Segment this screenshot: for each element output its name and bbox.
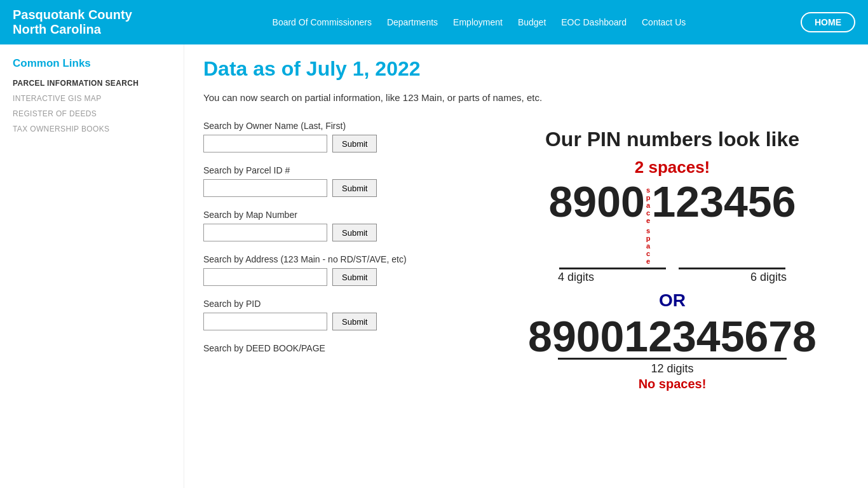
owner-name-group: Search by Owner Name (Last, First) Submi… (203, 121, 470, 152)
pin-space1: s (646, 186, 650, 194)
address-group: Search by Address (123 Main - no RD/ST/A… (203, 254, 470, 286)
address-row: Submit (203, 268, 470, 286)
site-title-line1: Pasquotank County (13, 8, 132, 22)
pin-space3: a (646, 201, 650, 209)
pid-submit[interactable]: Submit (332, 313, 377, 330)
pin-no-spaces-label: No spaces! (639, 377, 707, 391)
pin-digit-labels: 4 digits 6 digits (558, 271, 787, 284)
deed-book-label: Search by DEED BOOK/PAGE (203, 343, 470, 353)
pin-space9: c (646, 250, 650, 257)
nav-departments[interactable]: Departments (387, 17, 438, 27)
sidebar-item-tax-ownership[interactable]: TAX OWNERSHIP BOOKS (13, 125, 171, 133)
pin-space8: a (646, 242, 650, 250)
owner-name-submit[interactable]: Submit (332, 135, 377, 152)
common-links-heading: Common Links (13, 57, 171, 70)
parcel-id-group: Search by Parcel ID # Submit (203, 165, 470, 197)
address-submit[interactable]: Submit (332, 268, 377, 286)
pin-12digits-label: 12 digits (651, 362, 693, 376)
page-description: You can now search on partial informatio… (203, 92, 849, 103)
pid-input[interactable] (203, 313, 327, 330)
parcel-id-label: Search by Parcel ID # (203, 165, 470, 175)
pid-label: Search by PID (203, 299, 470, 309)
pin-left-digits: 8900 (549, 180, 645, 223)
map-number-group: Search by Map Number Submit (203, 210, 470, 241)
sidebar: Common Links PARCEL INFORMATION SEARCH I… (0, 44, 184, 488)
nav-employment[interactable]: Employment (453, 17, 503, 27)
pin-spaces-label: 2 spaces! (635, 158, 710, 177)
sidebar-item-parcel-search[interactable]: PARCEL INFORMATION SEARCH (13, 79, 171, 88)
map-number-submit[interactable]: Submit (332, 224, 377, 241)
nav-contact[interactable]: Contact Us (642, 17, 686, 27)
pin-space7: p (646, 234, 651, 242)
pin-underline-full (558, 358, 787, 360)
pin-underline-right (679, 268, 785, 269)
site-title-line2: North Carolina (13, 22, 132, 37)
pin-space10: e (646, 257, 650, 265)
pin-heading: Our PIN numbers look like (545, 127, 799, 151)
sidebar-item-register-deeds[interactable]: REGISTER OF DEEDS (13, 109, 171, 118)
nav-commissioners[interactable]: Board Of Commissioners (273, 17, 372, 27)
deed-book-group: Search by DEED BOOK/PAGE (203, 343, 470, 353)
pin-or-label: OR (659, 290, 686, 311)
nav-eoc[interactable]: EOC Dashboard (561, 17, 627, 27)
pin-space2: p (646, 194, 651, 201)
pin-space6: s (646, 227, 650, 234)
search-sections: Search by Owner Name (Last, First) Submi… (203, 121, 849, 398)
pin-example1-row: 8900 s p a c e s p a c e (549, 180, 796, 265)
map-number-input[interactable] (203, 224, 327, 241)
pin-underlines (559, 268, 785, 269)
pin-space5: e (646, 217, 650, 224)
pid-row: Submit (203, 313, 470, 330)
sidebar-item-gis-map[interactable]: INTERACTIVE GIS MAP (13, 94, 171, 103)
pin-12digit-number: 890012345678 (528, 315, 817, 358)
pin-illustration: Our PIN numbers look like 2 spaces! 8900… (496, 121, 849, 398)
pin-4digits-label: 4 digits (558, 271, 594, 284)
page-layout: Common Links PARCEL INFORMATION SEARCH I… (0, 44, 868, 488)
address-input[interactable] (203, 268, 327, 286)
pid-group: Search by PID Submit (203, 299, 470, 330)
main-content: Data as of July 1, 2022 You can now sear… (184, 44, 868, 488)
pin-space4: c (646, 209, 650, 217)
pin-spaces-vertical: s p a c e s p a c e (646, 180, 651, 265)
owner-name-row: Submit (203, 135, 470, 152)
address-label: Search by Address (123 Main - no RD/ST/A… (203, 254, 470, 264)
map-number-label: Search by Map Number (203, 210, 470, 220)
pin-left-group: 8900 (549, 180, 645, 223)
parcel-id-row: Submit (203, 179, 470, 197)
pin-6digits-label: 6 digits (750, 271, 787, 284)
search-forms: Search by Owner Name (Last, First) Submi… (203, 121, 470, 398)
page-title: Data as of July 1, 2022 (203, 57, 849, 81)
owner-name-label: Search by Owner Name (Last, First) (203, 121, 470, 131)
site-header: Pasquotank County North Carolina Board O… (0, 0, 868, 44)
main-nav: Board Of Commissioners Departments Emplo… (158, 17, 801, 27)
map-number-row: Submit (203, 224, 470, 241)
parcel-id-input[interactable] (203, 179, 327, 197)
pin-underline-left (559, 268, 666, 269)
nav-budget[interactable]: Budget (518, 17, 546, 27)
pin-underline-gap (666, 268, 679, 269)
owner-name-input[interactable] (203, 135, 327, 152)
pin-right-group: 123456 (652, 180, 796, 223)
pin-right-digits: 123456 (652, 180, 796, 223)
site-title: Pasquotank County North Carolina (13, 8, 132, 37)
parcel-id-submit[interactable]: Submit (332, 179, 377, 197)
home-button[interactable]: HOME (801, 12, 855, 32)
